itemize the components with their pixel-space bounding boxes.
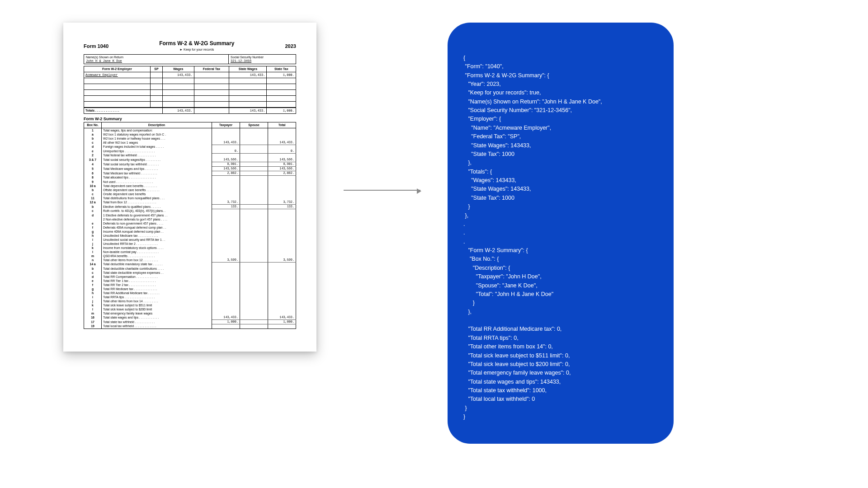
cell-total bbox=[268, 217, 296, 221]
table-row: lTotal sick leave subject to $200 limit bbox=[84, 307, 296, 311]
cell-boxno: d bbox=[84, 145, 102, 150]
cell-spouse bbox=[240, 154, 268, 158]
cell-taxpayer bbox=[212, 271, 240, 275]
cell-spouse bbox=[240, 209, 268, 214]
table-row: gIncome 409A nonqual deferred comp plan … bbox=[84, 230, 296, 234]
cell-taxpayer: 3,599. bbox=[212, 258, 240, 263]
cell-desc: Total social security tax withheld . . .… bbox=[102, 162, 212, 167]
form-year: 2023 bbox=[285, 43, 296, 49]
cell-spouse bbox=[240, 141, 268, 145]
cell-taxpayer bbox=[212, 128, 240, 133]
table-row: eTotal RR Tier 1 tax . . . . . . . . . .… bbox=[84, 279, 296, 283]
table-row: cRoth contrib. to 401(k), 403(b), 457(b)… bbox=[84, 209, 296, 214]
cell-taxpayer: 8,901. bbox=[212, 162, 240, 167]
table-row: Acmeware Employer 143,433. 143,433. 1,00… bbox=[84, 72, 296, 78]
cell-total bbox=[268, 291, 296, 295]
cell-spouse bbox=[240, 246, 268, 250]
cell-taxpayer bbox=[212, 311, 240, 315]
cell-total: 143,433. bbox=[268, 141, 296, 145]
name-label: Name(s) Shown on Return bbox=[86, 56, 226, 59]
cell-taxpayer bbox=[212, 238, 240, 242]
cell-taxpayer bbox=[212, 299, 240, 303]
w2-employer-table: Form W-2 Employer SP Wages Federal Tax S… bbox=[84, 66, 296, 114]
cell-boxno: c bbox=[84, 141, 102, 145]
cell-taxpayer bbox=[212, 132, 240, 136]
cell-boxno: g bbox=[84, 230, 102, 234]
cell-total bbox=[268, 128, 296, 133]
cell-spouse bbox=[240, 180, 268, 184]
cell-spouse bbox=[240, 192, 268, 196]
cell-desc: Total distributions from nonqualified pl… bbox=[102, 196, 212, 200]
cell-taxpayer bbox=[212, 263, 240, 267]
col-employer: Form W-2 Employer bbox=[84, 66, 151, 72]
cell-desc: 2 Non-elective deferrals to gov't 457 pl… bbox=[102, 217, 212, 221]
cell-desc: Total RRTA tips . . . . . . . . . . . . … bbox=[102, 295, 212, 299]
cell-total bbox=[268, 295, 296, 299]
cell-wages: 143,433. bbox=[163, 72, 194, 78]
cell-spouse bbox=[240, 230, 268, 234]
cell-boxno: 14 a bbox=[84, 263, 102, 267]
totals-row: Totals . . . . . . . . . . . . . . 143,4… bbox=[84, 108, 296, 114]
cell-boxno: h bbox=[84, 234, 102, 238]
w2-summary-table: Box No. Description Taxpayer Spouse Tota… bbox=[84, 122, 296, 329]
tot-sw: 143,433. bbox=[229, 108, 267, 114]
cell-spouse bbox=[240, 303, 268, 307]
cell-sp bbox=[151, 72, 163, 78]
form-title: Forms W-2 & W-2G Summary bbox=[159, 41, 234, 47]
cell-total bbox=[268, 311, 296, 315]
cell-spouse bbox=[240, 132, 268, 136]
cell-desc: Total Medicare wages and tips . . . . . … bbox=[102, 167, 212, 171]
cell-boxno: 1 bbox=[84, 128, 102, 133]
cell-boxno: b bbox=[84, 188, 102, 192]
cell-spouse bbox=[240, 238, 268, 242]
cell-taxpayer bbox=[212, 254, 240, 258]
cell-total: 143,433. bbox=[268, 315, 296, 320]
cell-boxno: 11 bbox=[84, 196, 102, 200]
cell-total: 0. bbox=[268, 149, 296, 154]
cell-total bbox=[268, 271, 296, 275]
table-row: lNon-taxable combat pay . . . . . . . . … bbox=[84, 250, 296, 254]
cell-taxpayer bbox=[212, 188, 240, 192]
cell-boxno: b bbox=[84, 136, 102, 141]
cell-desc: W2 box 1 inmate or halfway house wages .… bbox=[102, 136, 212, 141]
cell-desc: Total emergency family leave wages bbox=[102, 311, 212, 315]
cell-total bbox=[268, 192, 296, 196]
form-header: Form 1040 Forms W-2 & W-2G Summary ► Kee… bbox=[84, 41, 296, 52]
cell-taxpayer bbox=[212, 250, 240, 254]
cell-spouse bbox=[240, 267, 268, 271]
cell-total: 133. bbox=[268, 205, 296, 209]
cell-spouse bbox=[240, 149, 268, 154]
cell-taxpayer: 2,082. bbox=[212, 171, 240, 176]
cell-spouse bbox=[240, 145, 268, 150]
cell-spouse bbox=[240, 188, 268, 192]
table-row: kIncome from nonstatutory stock options … bbox=[84, 246, 296, 250]
cell-total bbox=[268, 283, 296, 287]
cell-taxpayer: 3,732. bbox=[212, 200, 240, 205]
cell-taxpayer: 143,566. bbox=[212, 158, 240, 162]
cell-taxpayer bbox=[212, 154, 240, 158]
cell-boxno: 16 bbox=[84, 315, 102, 320]
cell-taxpayer bbox=[212, 279, 240, 283]
cell-boxno: h bbox=[84, 291, 102, 295]
form-subtitle: ► Keep for your records bbox=[159, 48, 234, 52]
cell-spouse bbox=[240, 283, 268, 287]
cell-employer: Acmeware Employer bbox=[84, 72, 151, 78]
cell-boxno: d bbox=[84, 275, 102, 279]
table-row: hTotal RR Additional Medicare tax . . . … bbox=[84, 291, 296, 295]
cell-spouse bbox=[240, 217, 268, 221]
cell-boxno: l bbox=[84, 250, 102, 254]
table-row: bElective deferrals to qualified plans .… bbox=[84, 205, 296, 209]
cell-desc: Onsite dependent care benefits bbox=[102, 192, 212, 196]
cell-total bbox=[268, 299, 296, 303]
cell-total bbox=[268, 176, 296, 180]
cell-spouse bbox=[240, 295, 268, 299]
cell-total bbox=[268, 234, 296, 238]
cell-boxno: b bbox=[84, 205, 102, 209]
cell-desc: Total deductible charitable contribution… bbox=[102, 267, 212, 271]
cell-total: 3,599. bbox=[268, 258, 296, 263]
cell-spouse bbox=[240, 167, 268, 171]
cell-total bbox=[268, 250, 296, 254]
cell-taxpayer bbox=[212, 324, 240, 329]
col-wages: Wages bbox=[163, 66, 194, 72]
table-row: 6Total Medicare tax withheld . . . . . .… bbox=[84, 171, 296, 176]
